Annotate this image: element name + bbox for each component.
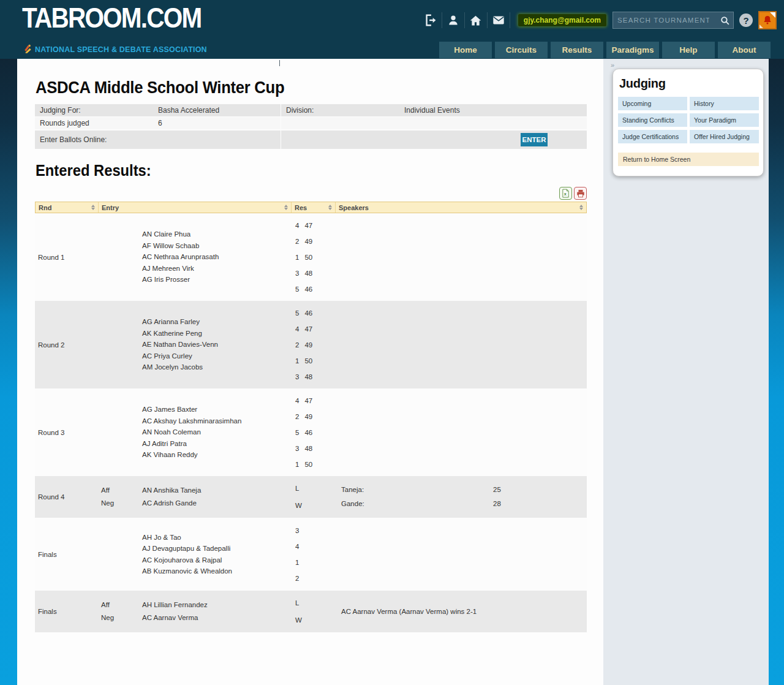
judging-links: UpcomingHistoryStanding ConflictsYour Pa…: [618, 97, 759, 143]
table-row: Round 4AffAN Anshika TanejaNegAC Adrish …: [35, 476, 587, 518]
result-cell: 447249546348150: [291, 388, 335, 476]
entry-line: AC Kojouharova & Rajpal: [98, 554, 291, 566]
search-input[interactable]: [616, 16, 710, 25]
results-table: Rnd Entry Res Speakers Round 1AN Claire …: [35, 202, 587, 632]
account-email-badge[interactable]: gjy.chang@gmail.com: [518, 14, 606, 26]
table-row: FinalsAH Jo & TaoAJ Devaguptapu & Tadepa…: [35, 518, 587, 591]
export-spreadsheet-icon[interactable]: x: [559, 187, 572, 200]
entry-name: AG Arianna Farley: [142, 316, 200, 328]
round-label: Round 4: [38, 493, 64, 501]
speakers-cell: [335, 388, 587, 476]
results-table-header: Rnd Entry Res Speakers: [35, 202, 587, 213]
entered-results-heading: Entered Results:: [36, 162, 151, 180]
result-value: 447: [295, 393, 335, 409]
sidebar-region: » Judging UpcomingHistoryStanding Confli…: [603, 59, 769, 685]
side-label: [101, 328, 142, 339]
side-label: [101, 426, 142, 438]
result-value: W: [295, 611, 335, 629]
print-icon[interactable]: [574, 187, 587, 200]
judging-for-value: Basha Accelerated: [158, 106, 219, 115]
nav-tab-paradigms[interactable]: Paradigms: [606, 42, 659, 58]
side-label: [101, 438, 142, 450]
speaker-line: Taneja:25: [335, 483, 587, 497]
round-cell: Round 3: [35, 388, 98, 476]
nav-tab-help[interactable]: Help: [662, 42, 715, 58]
tabroom-logo[interactable]: TABROOM.COM: [22, 1, 201, 34]
round-label: Finals: [38, 551, 57, 558]
search-icon[interactable]: [720, 15, 730, 26]
info-row-enter-ballots: Enter Ballots Online: ENTER: [35, 131, 587, 149]
column-header-rnd[interactable]: Rnd: [36, 202, 99, 213]
result-cell: 546447249150348: [291, 301, 335, 388]
entry-line: AC Priya Curley: [98, 350, 291, 362]
entry-line: AG James Baxter: [98, 404, 291, 415]
result-value: 2: [295, 570, 335, 586]
entry-cell: AffAN Anshika TanejaNegAC Adrish Gande: [98, 476, 291, 518]
entry-name: AC Aarnav Verma: [142, 611, 198, 624]
side-label: [101, 251, 142, 263]
nav-tab-home[interactable]: Home: [439, 42, 492, 58]
side-label: [101, 316, 142, 328]
entry-name: AG James Baxter: [142, 404, 197, 415]
result-value: 249: [295, 233, 335, 249]
content-pane: ASDCA Middle School Winter Cup Judging F…: [17, 59, 603, 685]
sidebar-link-your-paradigm[interactable]: Your Paradigm: [690, 113, 759, 127]
divider: [442, 12, 442, 28]
entry-name: AF Willow Schaab: [142, 240, 199, 252]
entry-line: AN Noah Coleman: [98, 426, 291, 438]
table-row: Round 2AG Arianna FarleyAK Katherine Pen…: [35, 301, 587, 388]
entry-name: AK Katherine Peng: [142, 328, 202, 339]
result-value: 249: [295, 409, 335, 425]
home-icon[interactable]: [467, 14, 485, 27]
result-value: 348: [295, 265, 335, 281]
enter-ballots-label: Enter Ballots Online:: [35, 135, 158, 144]
logout-icon[interactable]: [421, 13, 440, 27]
entry-line: AJ Mehreen Virk: [98, 263, 291, 274]
speakers-cell: [335, 518, 587, 591]
return-home-link[interactable]: Return to Home Screen: [618, 153, 759, 166]
sidebar-link-standing-conflicts[interactable]: Standing Conflicts: [618, 113, 687, 127]
sidebar-link-offer-hired-judging[interactable]: Offer Hired Judging: [690, 130, 759, 143]
mail-icon[interactable]: [489, 13, 508, 27]
result-value: L: [295, 480, 335, 497]
sidebar-link-judge-certifications[interactable]: Judge Certifications: [618, 130, 687, 143]
entry-line: AffAN Anshika Taneja: [98, 484, 291, 497]
speaker-line: Gande:28: [335, 497, 587, 511]
main-nav: HomeCircuitsResultsParadigmsHelpAbout: [439, 42, 771, 58]
collapse-chevrons-icon[interactable]: »: [611, 61, 614, 69]
nsda-tagline[interactable]: NATIONAL SPEECH & DEBATE ASSOCIATION: [23, 44, 207, 55]
alerts-bell-icon[interactable]: [758, 11, 777, 29]
profile-icon[interactable]: [444, 14, 462, 26]
column-header-res[interactable]: Res: [292, 202, 336, 213]
top-header: TABROOM.COM NATIONAL SPEECH & DEBATE ASS…: [0, 0, 784, 59]
table-row: Round 3AG James BaxterAC Akshay Lakshmin…: [35, 388, 587, 476]
division-value: Individual Events: [404, 106, 460, 115]
entry-name: AC Priya Curley: [142, 350, 192, 362]
nav-tab-about[interactable]: About: [718, 42, 771, 58]
column-header-speakers[interactable]: Speakers: [336, 202, 586, 213]
info-row-rounds-judged: Rounds judged 6: [35, 117, 587, 129]
help-icon[interactable]: ?: [739, 13, 753, 27]
nav-tab-results[interactable]: Results: [551, 42, 603, 58]
main-area: ASDCA Middle School Winter Cup Judging F…: [17, 59, 769, 685]
result-value: 546: [295, 425, 335, 441]
export-buttons: x: [35, 187, 587, 200]
side-label: [101, 543, 142, 554]
nav-tab-circuits[interactable]: Circuits: [495, 42, 548, 58]
decision-text: AC Aarnav Verma (Aarnav Verma) wins 2-1: [335, 608, 587, 615]
side-label: [101, 404, 142, 415]
side-label: [101, 554, 142, 566]
entry-name: AG Iris Prosser: [142, 274, 190, 286]
entry-name: AC Adrish Gande: [142, 497, 197, 510]
enter-ballots-button[interactable]: ENTER: [521, 133, 548, 146]
side-label: [101, 566, 142, 577]
entry-line: AC Nethraa Arunprasath: [98, 251, 291, 263]
column-header-entry[interactable]: Entry: [99, 202, 292, 213]
sidebar-link-history[interactable]: History: [690, 97, 759, 110]
info-row-judging-for: Judging For: Basha Accelerated Division:…: [35, 104, 587, 116]
result-value: 4: [295, 539, 335, 554]
sidebar-link-upcoming[interactable]: Upcoming: [618, 97, 687, 110]
entry-name: AC Akshay Lakshminarasimhan: [142, 415, 241, 427]
result-cell: 447249150348546: [291, 213, 335, 301]
side-label: [101, 240, 142, 252]
